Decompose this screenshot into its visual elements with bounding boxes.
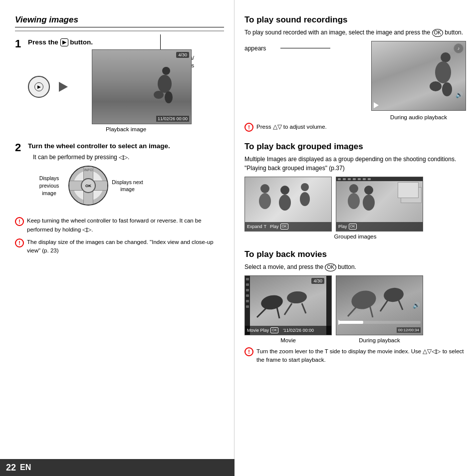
- left-column: Viewing images 1 Press the ▶ button. Num…: [0, 0, 235, 476]
- svg-point-11: [279, 195, 291, 211]
- sound-note: ! Press △▽ to adjust volume.: [244, 123, 466, 132]
- movie-timer: 00:12/00:34: [397, 327, 421, 333]
- fh-6: [246, 305, 249, 308]
- wheel-diagram: Displays previous image INFO: [33, 166, 224, 206]
- step-1-number: 1: [15, 38, 24, 49]
- movie-note: ! Turn the zoom lever to the T side to d…: [244, 347, 466, 365]
- svg-line-32: [399, 300, 403, 310]
- svg-line-30: [370, 305, 373, 317]
- grouped-image-2: Play OK: [336, 177, 423, 232]
- svg-point-5: [435, 61, 451, 83]
- step-1-content: Press the ▶ button. Number of frames/ To…: [28, 38, 224, 135]
- svg-point-28: [383, 286, 405, 303]
- section-title: Viewing images: [15, 15, 224, 27]
- movie-date: '11/02/26 00:00: [283, 328, 314, 333]
- svg-point-13: [300, 192, 310, 206]
- movie-caption-2: During playback: [336, 337, 423, 343]
- movie-caption-1: Movie: [244, 337, 332, 343]
- sound-note-icon: !: [244, 123, 253, 132]
- appears-line: [280, 48, 330, 48]
- grouped-section-title: To play back grouped images: [244, 142, 466, 152]
- svg-point-0: [162, 67, 170, 75]
- step-1-title: Press the ▶ button.: [28, 38, 224, 46]
- svg-line-31: [380, 300, 388, 311]
- grouped-caption: Grouped images: [244, 234, 466, 239]
- sound-icon: ♪: [454, 43, 464, 53]
- movie-section-title: To play back movies: [244, 249, 466, 259]
- step-1-title-after: button.: [70, 38, 93, 46]
- note-text-2: The display size of the images can be ch…: [27, 238, 224, 255]
- birds-silhouette: [252, 282, 322, 325]
- volume-icon: 🔊: [456, 91, 463, 98]
- page-container: Viewing images 1 Press the ▶ button. Num…: [0, 0, 476, 476]
- svg-point-9: [259, 193, 271, 209]
- svg-point-8: [260, 184, 269, 193]
- play-text-1: Play: [270, 224, 279, 229]
- section-divider: [15, 30, 224, 31]
- step-2: 2 Turn the wheel controller to select an…: [15, 142, 224, 210]
- ok-button-icon: OK: [432, 29, 443, 37]
- sound-person-silhouette: [418, 50, 458, 105]
- svg-point-4: [441, 52, 451, 62]
- svg-point-1: [158, 75, 172, 93]
- svg-line-22: [257, 307, 267, 317]
- film-hole-6: [363, 178, 366, 180]
- svg-line-24: [284, 303, 292, 315]
- film-hole-3: [348, 178, 351, 180]
- person-silhouette: [144, 65, 179, 115]
- grouped-section-desc: Multiple Images are displayed as a group…: [244, 155, 466, 173]
- note-2: ! The display size of the images can be …: [15, 238, 224, 255]
- play-pos-arrow: [338, 320, 342, 325]
- note-icon-1: !: [15, 217, 24, 226]
- step-1-title-before: Press the: [28, 38, 58, 46]
- grouped-overlay-2: Play OK: [336, 222, 423, 231]
- frame-counter-overlay: 4/30: [176, 52, 189, 58]
- svg-point-3: [165, 91, 173, 103]
- grouped-people-2: [339, 181, 384, 221]
- film-hole-2: [343, 178, 346, 180]
- step-2-content: Turn the wheel controller to select an i…: [28, 142, 224, 210]
- step-2-bullet: It can be performed by pressing ◁▷.: [33, 153, 224, 162]
- page-number-bar: 22 EN: [0, 459, 235, 476]
- sound-image-area: appears ♪ 🔊 Duri: [244, 41, 466, 121]
- playback-caption: Playback image: [28, 126, 224, 132]
- ok-badge-2: OK: [349, 224, 357, 230]
- fh-4: [246, 294, 249, 297]
- film-hole-4: [353, 178, 356, 180]
- step-1-image-area: Number of frames/ Total number of images…: [28, 49, 224, 132]
- playback-image: 4/30 11/02/26 00:00: [92, 49, 192, 124]
- play-position-icon: [338, 320, 342, 325]
- film-hole-1: [338, 178, 341, 180]
- birds-flying: [339, 282, 416, 322]
- playback-inner-icon: ▶: [34, 82, 43, 91]
- film-hole-7: [368, 178, 371, 180]
- ok-button-movie-icon: OK: [325, 263, 336, 271]
- movie-images-row: 4/30 Movie Play OK '11/02/26 00:00: [244, 275, 466, 335]
- sound-section-desc: To play sound recorded with an image, se…: [244, 28, 466, 37]
- movie-play-text: Movie Play: [247, 328, 269, 333]
- movie-overlay-1: Movie Play OK '11/02/26 00:00: [245, 326, 331, 335]
- fh-3: [246, 289, 249, 291]
- dpad-outer-ring: INFO OK: [68, 166, 108, 206]
- arrow-right-icon: [59, 82, 68, 92]
- expand-text: Expand: [247, 224, 262, 229]
- grouped-people-1: [250, 181, 315, 221]
- dpad-controller: INFO OK: [68, 166, 108, 206]
- movie-section-desc: Select a movie, and press the OK button.: [244, 262, 466, 271]
- play-text-2: Play: [338, 224, 347, 229]
- film-strip-top: [336, 177, 423, 181]
- wheel-label-right: Displays next image: [111, 179, 144, 193]
- movie-note-text: Turn the zoom lever to the T side to dis…: [256, 347, 466, 365]
- progress-bar: [338, 321, 421, 324]
- playback-button-icon: ▶: [60, 38, 68, 46]
- dpad-info-text: INFO: [84, 168, 93, 172]
- movie-image-2: 00:12/00:34 🔊: [336, 275, 423, 335]
- svg-point-7: [442, 82, 452, 96]
- sound-playback-image: ♪ 🔊: [371, 41, 466, 111]
- svg-point-6: [430, 81, 442, 91]
- step-2-title: Turn the wheel controller to select an i…: [28, 142, 224, 150]
- movie-image-1: 4/30 Movie Play OK '11/02/26 00:00: [244, 275, 332, 335]
- svg-point-17: [363, 195, 375, 211]
- step-2-number: 2: [15, 142, 24, 153]
- svg-line-25: [302, 303, 306, 313]
